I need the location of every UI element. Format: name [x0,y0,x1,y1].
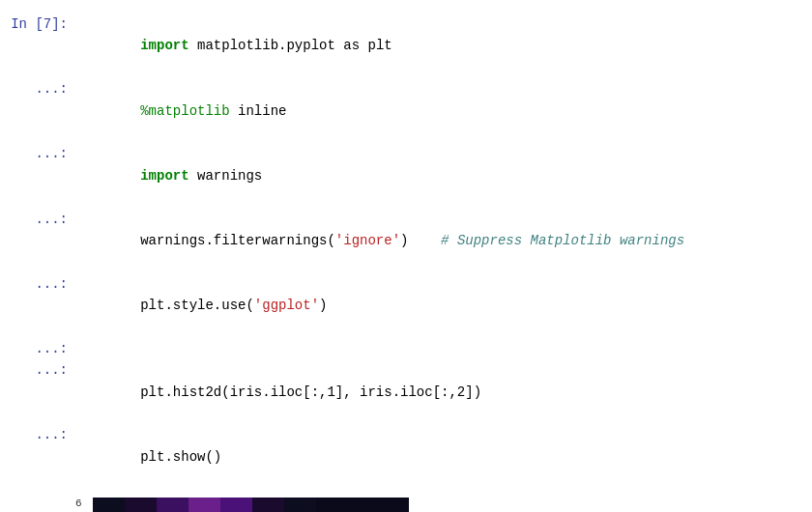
svg-rect-1 [93,498,125,512]
prompt-cont-6: ...: [8,359,75,381]
string-ignore: 'ignore' [335,233,400,248]
code-as: as [343,38,360,53]
y-axis: 1 2 3 4 5 6 [75,498,82,512]
svg-rect-3 [157,498,188,512]
code-filter: warnings.filterwarnings( [140,233,335,248]
code-line-1: In [7]: import matplotlib.pyplot as plt [0,14,812,78]
code-style: plt.style.use( [140,298,254,313]
code-line-5: ...: plt.style.use('ggplot') [0,273,812,338]
prompt-cont-1: ...: [8,78,75,100]
svg-rect-4 [188,498,220,512]
code-content-6 [75,338,804,359]
prompt-cont-3: ...: [8,209,75,230]
heatmap-svg [93,498,409,512]
code-text: matplotlib.pyplot [189,38,344,53]
cell-7: In [7]: import matplotlib.pyplot as plt … [0,10,812,512]
y-label-6: 6 [75,498,82,509]
svg-rect-10 [380,498,409,512]
code-inline: inline [230,103,287,119]
svg-rect-9 [348,498,380,512]
comment-suppress: # Suppress Matplotlib warnings [433,233,684,248]
code-content-3: import warnings [75,143,804,208]
code-content-5: plt.style.use('ggplot') [75,273,804,338]
prompt-cont-7: ...: [8,424,75,445]
svg-rect-6 [252,498,284,512]
plot-output: 1 2 3 4 5 6 [75,498,409,512]
code-content-1: import matplotlib.pyplot as plt [75,14,804,78]
code-content-4: warnings.filterwarnings('ignore') # Supp… [75,209,804,273]
code-plt: plt [360,38,392,53]
empty-line [75,341,83,356]
code-line-7: ...: plt.hist2d(iris.iloc[:,1], iris.ilo… [0,359,812,424]
magic-matplotlib: %matplotlib [140,103,229,119]
prompt-cont-4: ...: [8,273,75,295]
svg-rect-7 [284,498,316,512]
keyword-import2: import [140,168,188,184]
code-line-2: ...: %matplotlib inline [0,78,812,143]
prompt-cont-2: ...: [8,143,75,164]
code-content-2: %matplotlib inline [75,78,804,143]
code-line-6: ...: [0,338,812,359]
notebook: In [7]: import matplotlib.pyplot as plt … [0,0,812,512]
svg-rect-5 [220,498,252,512]
code-line-3: ...: import warnings [0,143,812,208]
code-paren2: ) [319,298,327,313]
prompt-cont-5: ...: [8,338,75,359]
string-ggplot: 'ggplot' [254,298,319,313]
prompt-7: In [7]: [8,14,75,35]
code-content-8: plt.show() [75,424,804,489]
code-line-4: ...: warnings.filterwarnings('ignore') #… [0,209,812,273]
code-hist2d: plt.hist2d(iris.iloc[:,1], iris.iloc[:,2… [140,384,481,400]
code-paren: ) [400,233,433,248]
code-content-7: plt.hist2d(iris.iloc[:,1], iris.iloc[:,2… [75,359,804,424]
plot-wrapper: 1 2 3 4 5 6 [93,498,409,512]
keyword-import: import [140,38,188,53]
code-line-8: ...: plt.show() [0,424,812,489]
svg-rect-2 [125,498,157,512]
svg-rect-8 [316,498,348,512]
code-show: plt.show() [140,449,221,465]
code-warnings: warnings [189,168,263,184]
